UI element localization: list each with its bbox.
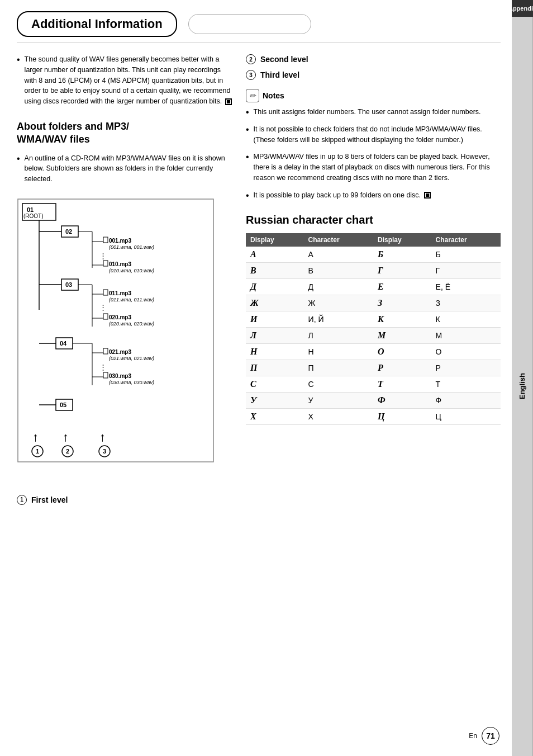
- page: Appendix English Additional Information …: [0, 0, 533, 756]
- char-1: Л: [304, 328, 373, 344]
- bullet-dot: •: [17, 55, 20, 64]
- svg-rect-44: [103, 372, 108, 378]
- russian-chart-body: А А Б Б В В Г Г Д Д Е Е, Ё Ж Ж З З И И, …: [246, 247, 501, 425]
- russian-chart-table: Display Character Display Character А А …: [246, 233, 501, 425]
- right-column: 2 Second level 3 Third level ✏ Notes: [246, 54, 501, 507]
- display-1: А: [246, 247, 304, 263]
- display-2: Т: [373, 376, 431, 393]
- char-2: Ф: [431, 393, 501, 409]
- russian-chart-heading: Russian character chart: [246, 214, 501, 226]
- note-dot-1: •: [246, 108, 249, 117]
- svg-text:021.mp3: 021.mp3: [109, 349, 131, 355]
- display-1: Х: [246, 409, 304, 425]
- appendix-label: Appendix: [512, 0, 533, 17]
- notes-icon: ✏: [246, 89, 259, 102]
- note-3: • MP3/WMA/WAV files in up to 8 tiers of …: [246, 152, 501, 183]
- level-2-text: Second level: [260, 55, 308, 64]
- col-display-2: Display: [373, 233, 431, 247]
- svg-text:2: 2: [66, 448, 69, 455]
- svg-text:⋮: ⋮: [99, 252, 107, 260]
- table-row: Л Л М М: [246, 328, 501, 344]
- note-dot-4: •: [246, 191, 249, 200]
- folders-text: An outline of a CD-ROM with MP3/WMA/WAV …: [25, 153, 235, 185]
- display-1: И: [246, 311, 304, 328]
- table-row: И И, Й К К: [246, 311, 501, 328]
- char-1: Х: [304, 409, 373, 425]
- svg-text:(021.wma, 021.wav): (021.wma, 021.wav): [109, 356, 154, 361]
- char-2: Е, Ё: [431, 279, 501, 295]
- svg-text:(001.wma, 001.wav): (001.wma, 001.wav): [109, 244, 154, 250]
- svg-text:(011.wma, 011.wav): (011.wma, 011.wav): [109, 297, 154, 303]
- level-2-circle: 2: [246, 54, 256, 64]
- svg-text:030.mp3: 030.mp3: [109, 373, 131, 379]
- svg-text:↑: ↑: [32, 430, 39, 444]
- note-4: • It is possible to play back up to 99 f…: [246, 190, 501, 201]
- bullet-dot-2: •: [17, 154, 20, 163]
- table-row: В В Г Г: [246, 263, 501, 279]
- char-1: А: [304, 247, 373, 263]
- display-1: Д: [246, 279, 304, 295]
- note-2: • It is not possible to check folders th…: [246, 124, 501, 145]
- char-1: Ж: [304, 295, 373, 311]
- char-1: Д: [304, 279, 373, 295]
- svg-rect-25: [103, 290, 108, 295]
- main-content: Additional Information • The sound quali…: [0, 0, 512, 518]
- svg-text:(030.wma, 030.wav): (030.wma, 030.wav): [109, 380, 154, 385]
- table-row: П П Р Р: [246, 360, 501, 376]
- col-display-1: Display: [246, 233, 304, 247]
- svg-text:03: 03: [65, 281, 72, 288]
- char-1: С: [304, 376, 373, 393]
- right-tab: Appendix English: [512, 0, 533, 756]
- note-text-2: It is not possible to check folders that…: [254, 124, 501, 145]
- level-1-circle: 1: [17, 495, 27, 505]
- folders-section: • An outline of a CD-ROM with MP3/WMA/WA…: [17, 153, 235, 185]
- table-row: Ж Ж З З: [246, 295, 501, 311]
- display-1: Ж: [246, 295, 304, 311]
- svg-rect-10: [103, 237, 108, 243]
- svg-text:001.mp3: 001.mp3: [109, 238, 131, 244]
- header-right: [188, 11, 501, 37]
- display-2: М: [373, 328, 431, 344]
- header-oval: [188, 14, 311, 34]
- level-3-circle: 3: [246, 70, 256, 80]
- second-level-row: 2 Second level: [246, 54, 501, 64]
- table-row: Д Д Е Е, Ё: [246, 279, 501, 295]
- char-1: У: [304, 393, 373, 409]
- display-2: Е: [373, 279, 431, 295]
- note-text-4: It is possible to play back up to 99 fol…: [254, 190, 431, 201]
- folders-bullet-item: • An outline of a CD-ROM with MP3/WMA/WA…: [17, 153, 235, 185]
- svg-rect-16: [103, 261, 108, 266]
- display-2: Б: [373, 247, 431, 263]
- note-dot-3: •: [246, 153, 249, 162]
- table-row: Н Н О О: [246, 344, 501, 360]
- svg-rect-30: [103, 314, 108, 319]
- note-dot-2: •: [246, 125, 249, 134]
- note-text-1: This unit assigns folder numbers. The us…: [254, 107, 481, 117]
- footer-label: En: [469, 732, 477, 740]
- display-2: Р: [373, 360, 431, 376]
- level-labels: 1 First level: [17, 495, 235, 505]
- svg-text:(ROOT): (ROOT): [23, 213, 44, 219]
- intro-section: • The sound quality of WAV files general…: [17, 54, 235, 107]
- table-row: У У Ф Ф: [246, 393, 501, 409]
- display-1: В: [246, 263, 304, 279]
- display-2: О: [373, 344, 431, 360]
- svg-text:↑: ↑: [63, 430, 69, 444]
- intro-bullet-item: • The sound quality of WAV files general…: [17, 54, 235, 107]
- col-char-2: Character: [431, 233, 501, 247]
- third-level-row: 3 Third level: [246, 70, 501, 80]
- notes-box: ✏ Notes • This unit assigns folder numbe…: [246, 89, 501, 200]
- folder-diagram: 01 (ROOT) 02: [17, 198, 218, 490]
- note-text-3: MP3/WMA/WAV files in up to 8 tiers of fo…: [254, 152, 501, 183]
- table-row: Х Х Ц Ц: [246, 409, 501, 425]
- col-char-1: Character: [304, 233, 373, 247]
- left-column: • The sound quality of WAV files general…: [17, 54, 235, 507]
- svg-text:011.mp3: 011.mp3: [109, 290, 131, 296]
- stop-icon-2: [424, 192, 431, 199]
- display-2: Ц: [373, 409, 431, 425]
- char-2: Т: [431, 376, 501, 393]
- char-2: Б: [431, 247, 501, 263]
- display-2: К: [373, 311, 431, 328]
- svg-text:⋮: ⋮: [99, 363, 107, 371]
- page-header: Additional Information: [17, 11, 501, 43]
